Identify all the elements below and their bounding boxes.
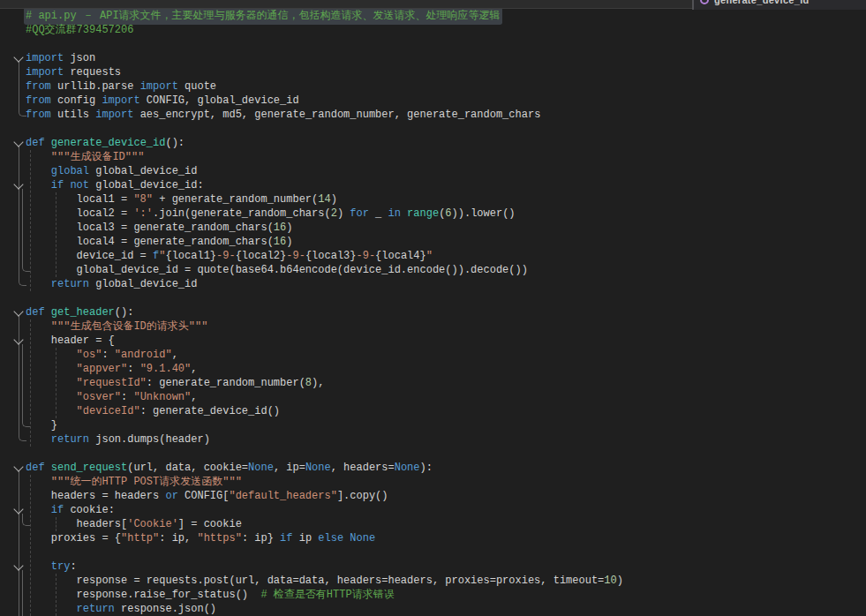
code-line[interactable] (0, 447, 866, 461)
fold-chevron-down-icon[interactable] (13, 137, 23, 146)
code-line[interactable]: response.raise_for_status() # 检查是否有HTTP请… (0, 588, 866, 602)
code-token: return (51, 278, 89, 290)
code-line-text: return global_device_id (26, 277, 197, 291)
code-token: "9.1.40" (140, 363, 192, 375)
code-line[interactable]: "os": "android", (0, 348, 866, 362)
fold-chevron-down-icon[interactable] (13, 52, 23, 62)
code-token: import (26, 66, 64, 79)
code-token (45, 462, 51, 474)
code-token: (): (165, 137, 184, 149)
code-line[interactable]: "osver": "Unknown", (0, 390, 866, 404)
code-line-text: from config import CONFIG, global_device… (26, 94, 299, 108)
code-token: not (70, 179, 89, 192)
code-line-text: global_device_id = quote(base64.b64encod… (26, 263, 528, 277)
code-token: from (26, 109, 51, 121)
code-token: if (51, 504, 64, 516)
code-line[interactable]: proxies = {"http": ip, "https": ip} if i… (0, 531, 866, 545)
code-token: send_request (51, 462, 127, 474)
code-line[interactable]: def generate_device_id(): (0, 136, 866, 150)
code-line[interactable]: "appver": "9.1.40", (0, 362, 866, 376)
code-line[interactable]: global global_device_id (0, 164, 866, 178)
code-token: )).lower() (452, 207, 516, 220)
code-line-text: "appver": "9.1.40", (26, 362, 197, 376)
code-token: : (127, 363, 139, 375)
autocomplete-suggestion-item[interactable]: generate_device_id (700, 0, 810, 5)
code-token: import (140, 80, 178, 93)
fold-chevron-down-icon[interactable] (13, 462, 23, 471)
autocomplete-popup-fragment[interactable]: generate_device_id (692, 0, 866, 10)
code-line[interactable]: header = { (0, 334, 866, 348)
code-line[interactable]: from utils import aes_encrypt, md5, gene… (0, 108, 866, 122)
code-line[interactable]: #QQ交流群739457206 (0, 23, 866, 37)
code-token: aes_encrypt, md5, generate_random_number… (133, 109, 540, 121)
fold-chevron-down-icon[interactable] (13, 306, 23, 316)
code-line[interactable]: return global_device_id (0, 277, 866, 291)
code-token: """生成设备ID""" (51, 151, 145, 163)
code-line[interactable]: """统一的HTTP POST请求发送函数""" (0, 475, 866, 489)
code-line-text: """生成包含设备ID的请求头""" (26, 319, 207, 334)
code-token: : generate_device_id() (140, 405, 280, 417)
code-line[interactable]: try: (0, 560, 866, 574)
code-token: global (51, 165, 89, 177)
code-token: response.json() (115, 603, 216, 615)
fold-chevron-down-icon[interactable] (13, 504, 23, 514)
code-token: proxies = { (26, 532, 121, 545)
code-line[interactable]: from config import CONFIG, global_device… (0, 94, 866, 108)
code-line[interactable]: headers['Cookie'] = cookie (0, 517, 866, 531)
code-token: "http" (121, 532, 159, 545)
code-line[interactable]: def send_request(url, data, cookie=None,… (0, 461, 866, 475)
code-line[interactable]: import requests (0, 65, 866, 79)
code-line[interactable] (0, 545, 866, 560)
code-token (26, 603, 77, 615)
code-line[interactable]: return response.json() (0, 602, 866, 616)
code-line[interactable]: local4 = generate_random_chars(16) (0, 235, 866, 249)
code-line[interactable] (0, 291, 866, 305)
code-editor-surface[interactable]: # api.py － API请求文件，主要处理与服务器的通信，包括构造请求、发送… (0, 9, 866, 616)
code-token: utils (51, 109, 95, 121)
code-line[interactable]: def get_header(): (0, 305, 866, 319)
code-line[interactable]: local3 = generate_random_chars(16) (0, 221, 866, 235)
autocomplete-suggestion-label: generate_device_id (714, 0, 810, 5)
code-line[interactable]: device_id = f"{local1}-9-{local2}-9-{loc… (0, 249, 866, 263)
code-token (26, 151, 51, 163)
code-token: headers = headers (26, 490, 165, 502)
code-line[interactable]: import json (0, 51, 866, 65)
code-line[interactable]: "requestId": generate_random_number(8), (0, 376, 866, 390)
code-line[interactable]: # api.py － API请求文件，主要处理与服务器的通信，包括构造请求、发送… (0, 9, 866, 23)
code-token: _ (369, 207, 388, 220)
code-line[interactable]: headers = headers or CONFIG["default_hea… (0, 489, 866, 503)
code-token: ), (312, 377, 324, 389)
code-token: ].copy() (337, 490, 388, 502)
code-token: local4 = generate_random_chars( (26, 236, 274, 248)
code-line[interactable]: return json.dumps(header) (0, 432, 866, 447)
code-line[interactable] (0, 122, 866, 136)
code-token: None (248, 462, 274, 474)
code-line[interactable]: if not global_device_id: (0, 178, 866, 192)
code-line[interactable]: "deviceId": generate_device_id() (0, 404, 866, 418)
code-line[interactable]: } (0, 418, 866, 432)
code-token: import (102, 94, 139, 107)
code-token: "osver" (77, 391, 121, 403)
code-token: response = requests.post(url, data=data,… (26, 575, 604, 587)
code-line[interactable]: if cookie: (0, 503, 866, 517)
code-token: "default_headers" (229, 490, 336, 502)
code-token: 8 (305, 377, 312, 389)
code-line[interactable]: response = requests.post(url, data=data,… (0, 574, 866, 588)
code-line[interactable]: local2 = ':'.join(generate_random_chars(… (0, 207, 866, 221)
code-token: in (388, 207, 401, 220)
code-line[interactable]: """生成设备ID""" (0, 150, 866, 164)
fold-chevron-down-icon[interactable] (13, 334, 23, 344)
code-line[interactable] (0, 37, 866, 51)
code-token: , (191, 363, 197, 375)
fold-chevron-down-icon[interactable] (13, 179, 23, 189)
code-line[interactable]: """生成包含设备ID的请求头""" (0, 319, 866, 334)
code-token: # api.py － API请求文件，主要处理与服务器的通信，包括构造请求、发送… (26, 10, 501, 22)
code-line[interactable]: local1 = "8" + generate_random_number(14… (0, 192, 866, 207)
method-icon (700, 0, 709, 4)
fold-chevron-down-icon[interactable] (13, 560, 23, 570)
code-token: import (26, 52, 64, 64)
code-token: ip (293, 532, 319, 545)
code-token: : ip, (159, 532, 197, 545)
code-line[interactable]: global_device_id = quote(base64.b64encod… (0, 263, 866, 277)
code-line[interactable]: from urllib.parse import quote (0, 79, 866, 94)
